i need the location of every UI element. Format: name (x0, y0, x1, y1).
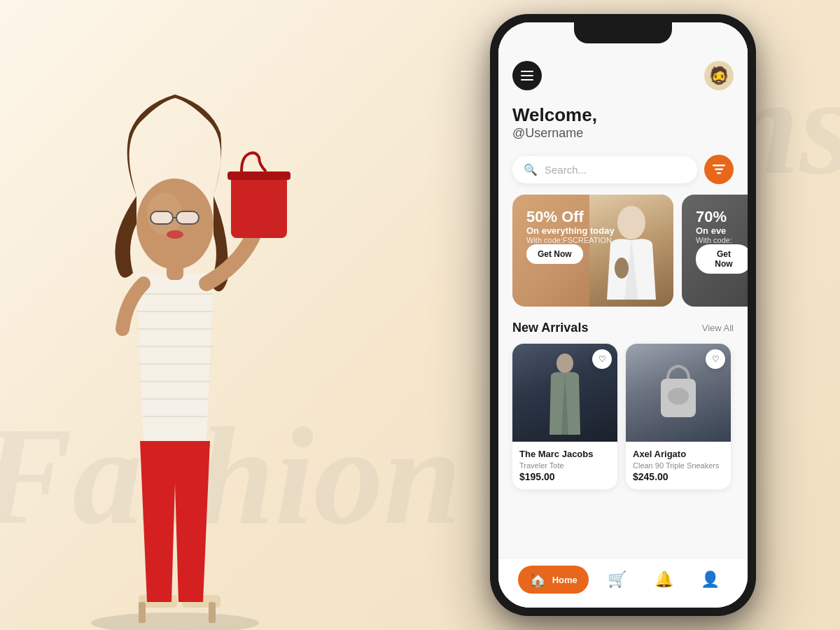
new-arrivals-title: New Arrivals (512, 321, 588, 335)
promo-code-main: With code:FSCREATION (526, 236, 659, 244)
svg-rect-23 (715, 169, 723, 171)
svg-rect-22 (713, 164, 725, 167)
home-icon: 🏠 (529, 571, 547, 588)
heart-icon-1: ♡ (598, 354, 606, 364)
svg-point-19 (167, 230, 183, 239)
product-card-2[interactable]: ♡ Axel Arigato Clean 90 Triple Sneakers … (626, 344, 731, 489)
spacer (498, 500, 748, 558)
product-card-1[interactable]: ♡ The Marc Jacobs Traveler Tote $195.00 (512, 344, 617, 489)
filter-button[interactable] (704, 155, 734, 184)
nav-item-profile[interactable]: 👤 (692, 566, 728, 593)
svg-rect-4 (209, 602, 216, 623)
wishlist-button-1[interactable]: ♡ (592, 349, 612, 369)
woman-figure (35, 35, 315, 630)
svg-point-29 (668, 388, 689, 405)
svg-rect-17 (176, 211, 199, 224)
cart-icon: 🛒 (608, 570, 626, 589)
product-info-1: The Marc Jacobs Traveler Tote $195.00 (512, 442, 617, 489)
menu-line-3 (521, 79, 533, 80)
promo-content-main: 50% Off On everything today With code:FS… (526, 209, 659, 264)
svg-rect-20 (231, 175, 287, 238)
welcome-title: Welcome, (512, 104, 734, 126)
nav-item-cart[interactable]: 🛒 (599, 566, 635, 593)
product-image-wrap-2: ♡ (626, 344, 731, 442)
search-icon: 🔍 (524, 163, 538, 176)
product-name-2: Axel Arigato (633, 449, 724, 460)
phone-screen: 🧔 Welcome, @Username 🔍 Search... (498, 22, 748, 608)
promo-desc-secondary: On eve (696, 225, 748, 236)
search-placeholder: Search... (545, 164, 587, 176)
bell-icon: 🔔 (654, 570, 673, 589)
nav-item-notifications[interactable]: 🔔 (646, 566, 682, 593)
products-grid: ♡ The Marc Jacobs Traveler Tote $195.00 (498, 344, 748, 500)
promo-code-secondary: With code: (696, 236, 748, 244)
svg-rect-2 (139, 602, 146, 623)
promo-card-secondary: 70% On eve With code: Get Now (682, 195, 748, 307)
promo-content-secondary: 70% On eve With code: Get Now (696, 209, 748, 274)
welcome-section: Welcome, @Username (498, 101, 748, 151)
menu-line-1 (521, 71, 533, 72)
svg-point-27 (556, 354, 573, 373)
get-now-button-main[interactable]: Get Now (526, 244, 583, 264)
username-text: @Username (512, 126, 734, 141)
menu-line-2 (521, 75, 533, 76)
home-label: Home (552, 575, 578, 585)
product-info-2: Axel Arigato Clean 90 Triple Sneakers $2… (626, 442, 731, 489)
heart-icon-2: ♡ (712, 354, 720, 364)
avatar-emoji: 🧔 (708, 66, 729, 85)
get-now-button-secondary[interactable]: Get Now (696, 244, 748, 274)
svg-point-0 (91, 612, 259, 630)
svg-rect-24 (717, 172, 721, 174)
promo-discount-secondary: 70% (696, 209, 748, 225)
phone-notch (574, 22, 672, 43)
search-bar[interactable]: 🔍 Search... (512, 156, 697, 183)
svg-rect-21 (227, 172, 290, 180)
avatar-button[interactable]: 🧔 (704, 61, 734, 90)
promo-card-main: 50% Off On everything today With code:FS… (512, 195, 673, 307)
search-section: 🔍 Search... (498, 151, 748, 195)
profile-icon: 👤 (701, 570, 720, 589)
promo-desc-main: On everything today (526, 225, 659, 236)
phone-frame: 🧔 Welcome, @Username 🔍 Search... (490, 14, 756, 616)
new-arrivals-header: New Arrivals View All (498, 317, 748, 344)
product-price-2: $245.00 (633, 471, 724, 482)
product-name-1: The Marc Jacobs (519, 449, 610, 460)
product-subtitle-1: Traveler Tote (519, 461, 610, 470)
phone-frame-wrapper: 🧔 Welcome, @Username 🔍 Search... (490, 14, 756, 616)
promo-discount-main: 50% Off (526, 209, 659, 225)
menu-button[interactable] (512, 61, 542, 90)
phone-content: 🧔 Welcome, @Username 🔍 Search... (498, 22, 748, 608)
wishlist-button-2[interactable]: ♡ (706, 349, 725, 369)
promo-section: 50% Off On everything today With code:FS… (498, 195, 748, 317)
filter-icon (713, 164, 725, 174)
nav-item-home[interactable]: 🏠 Home (518, 566, 589, 594)
svg-rect-16 (150, 211, 173, 224)
view-all-link[interactable]: View All (702, 323, 734, 333)
product-image-wrap-1: ♡ (512, 344, 617, 442)
product-price-1: $195.00 (519, 471, 610, 482)
bottom-nav: 🏠 Home 🛒 🔔 👤 (498, 558, 748, 608)
product-subtitle-2: Clean 90 Triple Sneakers (633, 461, 724, 470)
